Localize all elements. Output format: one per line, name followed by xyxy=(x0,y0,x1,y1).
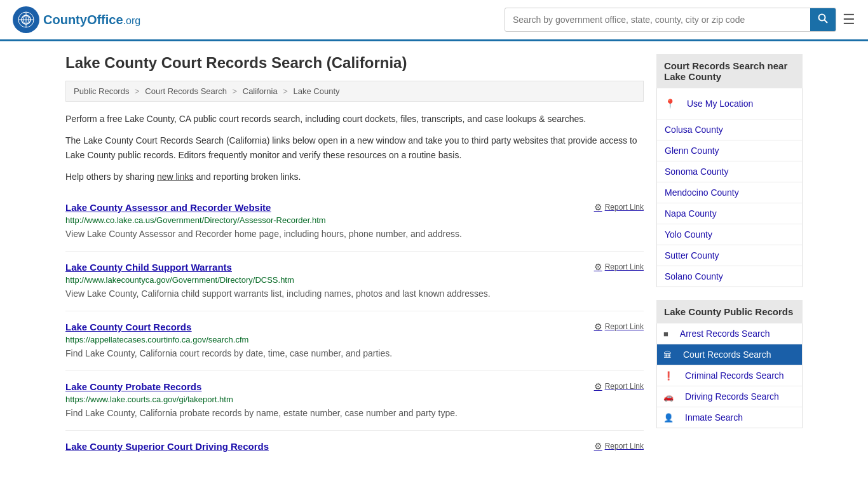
result-item: Lake County Assessor and Recorder Websit… xyxy=(65,192,644,252)
site-header: CountyOffice.org ☰ xyxy=(0,0,868,41)
rec-icon-2: ❗ xyxy=(657,371,674,381)
svg-line-6 xyxy=(825,20,828,24)
use-my-location-link[interactable]: Use My Location xyxy=(679,93,761,114)
pub-records-link-0[interactable]: Arrest Records Search xyxy=(674,323,802,344)
page-title: Lake County Court Records Search (Califo… xyxy=(65,54,644,72)
result-title-2: Lake County Court Records ⚙ Report Link xyxy=(65,322,644,332)
location-pin-icon: 📍 xyxy=(665,98,675,109)
nearby-county-link-3[interactable]: Mendocino County xyxy=(657,182,802,203)
result-link-1[interactable]: Lake County Child Support Warrants xyxy=(65,262,232,273)
rec-icon-1: 🏛 xyxy=(657,350,672,360)
rec-icon-4: 👤 xyxy=(657,413,674,423)
report-link-2[interactable]: ⚙ Report Link xyxy=(594,322,644,332)
report-icon-3: ⚙ xyxy=(594,381,602,391)
nearby-county-item-4: Napa County xyxy=(657,203,802,224)
breadcrumb-lake-county[interactable]: Lake County xyxy=(294,86,340,96)
rec-icon-0: ■ xyxy=(657,329,668,339)
pub-records-item-1: 🏛 Court Records Search xyxy=(657,344,802,365)
report-link-4[interactable]: ⚙ Report Link xyxy=(594,441,644,451)
nearby-county-link-4[interactable]: Napa County xyxy=(657,203,802,224)
new-links-link[interactable]: new links xyxy=(157,172,194,182)
breadcrumb-sep-2: > xyxy=(233,86,238,96)
search-input[interactable] xyxy=(505,10,810,30)
nearby-county-link-7[interactable]: Solano County xyxy=(657,266,802,287)
pub-records-link-4[interactable]: Inmate Search xyxy=(679,407,802,428)
header-right: ☰ xyxy=(505,8,855,32)
logo-icon xyxy=(13,6,39,33)
result-url-2: https://appellatecases.courtinfo.ca.gov/… xyxy=(65,335,644,344)
pub-records-item-4: 👤 Inmate Search xyxy=(657,407,802,428)
result-desc-3: Find Lake County, California probate rec… xyxy=(65,407,644,420)
nearby-county-link-1[interactable]: Glenn County xyxy=(657,140,802,161)
result-link-4[interactable]: Lake County Superior Court Driving Recor… xyxy=(65,441,269,452)
main-container: Lake County Court Records Search (Califo… xyxy=(53,41,815,477)
report-link-1[interactable]: ⚙ Report Link xyxy=(594,262,644,272)
description-3: Help others by sharing new links and rep… xyxy=(65,170,644,184)
result-link-0[interactable]: Lake County Assessor and Recorder Websit… xyxy=(65,202,271,213)
nearby-county-item-7: Solano County xyxy=(657,266,802,287)
breadcrumb-california[interactable]: California xyxy=(243,86,278,96)
result-url-0: http://www.co.lake.ca.us/Government/Dire… xyxy=(65,215,644,225)
nearby-county-link-2[interactable]: Sonoma County xyxy=(657,161,802,182)
logo-org: .org xyxy=(123,15,141,26)
nearby-title: Court Records Search near Lake County xyxy=(656,54,803,88)
menu-icon[interactable]: ☰ xyxy=(843,11,855,28)
report-link-3[interactable]: ⚙ Report Link xyxy=(594,381,644,391)
pub-records-item-3: 🚗 Driving Records Search xyxy=(657,386,802,407)
breadcrumb-court-records[interactable]: Court Records Search xyxy=(145,86,227,96)
use-my-location-item: 📍 Use My Location xyxy=(657,88,802,119)
pub-records-item-0: ■ Arrest Records Search xyxy=(657,323,802,344)
result-desc-2: Find Lake County, California court recor… xyxy=(65,347,644,360)
report-icon-2: ⚙ xyxy=(594,322,602,332)
result-title-1: Lake County Child Support Warrants ⚙ Rep… xyxy=(65,262,644,273)
description-1: Perform a free Lake County, CA public co… xyxy=(65,112,644,126)
nearby-county-item-3: Mendocino County xyxy=(657,182,802,203)
nearby-county-link-6[interactable]: Sutter County xyxy=(657,245,802,266)
content-area: Lake County Court Records Search (Califo… xyxy=(65,54,644,464)
pub-records-link-1[interactable]: Court Records Search xyxy=(677,344,802,365)
result-desc-1: View Lake County, California child suppo… xyxy=(65,287,644,301)
pub-records-link-3[interactable]: Driving Records Search xyxy=(679,386,802,407)
nearby-section: Court Records Search near Lake County 📍 … xyxy=(656,54,803,287)
result-item: Lake County Superior Court Driving Recor… xyxy=(65,431,644,464)
result-link-3[interactable]: Lake County Probate Records xyxy=(65,381,201,392)
logo-area: CountyOffice.org xyxy=(13,6,140,33)
report-icon-0: ⚙ xyxy=(594,202,602,212)
report-icon-4: ⚙ xyxy=(594,441,602,451)
result-url-3: https://www.lake.courts.ca.gov/gi/lakepo… xyxy=(65,395,644,404)
result-title-3: Lake County Probate Records ⚙ Report Lin… xyxy=(65,381,644,392)
nearby-county-item-1: Glenn County xyxy=(657,140,802,161)
pub-records-item-2: ❗ Criminal Records Search xyxy=(657,365,802,386)
logo-name: CountyOffice xyxy=(43,13,123,27)
nearby-county-item-6: Sutter County xyxy=(657,245,802,266)
breadcrumb-sep-3: > xyxy=(283,86,288,96)
breadcrumb-sep-1: > xyxy=(135,86,140,96)
logo-text: CountyOffice.org xyxy=(43,13,140,27)
nearby-county-link-5[interactable]: Yolo County xyxy=(657,224,802,245)
search-button[interactable] xyxy=(810,8,836,31)
svg-point-5 xyxy=(819,15,825,21)
result-link-2[interactable]: Lake County Court Records xyxy=(65,322,191,332)
result-url-1: http://www.lakecountyca.gov/Government/D… xyxy=(65,275,644,285)
nearby-county-item-0: Colusa County xyxy=(657,119,802,140)
desc3-pre: Help others by sharing xyxy=(65,172,157,182)
public-records-section: Lake County Public Records ■ Arrest Reco… xyxy=(656,300,803,428)
report-icon-1: ⚙ xyxy=(594,262,602,272)
description-2: The Lake County Court Records Search (Ca… xyxy=(65,133,644,162)
result-title-0: Lake County Assessor and Recorder Websit… xyxy=(65,202,644,213)
result-item: Lake County Probate Records ⚙ Report Lin… xyxy=(65,371,644,431)
nearby-county-item-2: Sonoma County xyxy=(657,161,802,182)
pub-records-link-2[interactable]: Criminal Records Search xyxy=(679,365,802,386)
sidebar: Court Records Search near Lake County 📍 … xyxy=(656,54,803,464)
breadcrumb: Public Records > Court Records Search > … xyxy=(65,81,644,102)
result-item: Lake County Court Records ⚙ Report Link … xyxy=(65,311,644,371)
nearby-county-link-0[interactable]: Colusa County xyxy=(657,119,802,140)
rec-icon-3: 🚗 xyxy=(657,392,674,402)
search-bar-container xyxy=(505,8,836,32)
breadcrumb-public-records[interactable]: Public Records xyxy=(74,86,129,96)
results-list: Lake County Assessor and Recorder Websit… xyxy=(65,192,644,464)
public-records-list: ■ Arrest Records Search 🏛 Court Records … xyxy=(656,323,803,428)
report-link-0[interactable]: ⚙ Report Link xyxy=(594,202,644,212)
public-records-title: Lake County Public Records xyxy=(656,300,803,323)
result-desc-0: View Lake County Assessor and Recorder h… xyxy=(65,227,644,241)
